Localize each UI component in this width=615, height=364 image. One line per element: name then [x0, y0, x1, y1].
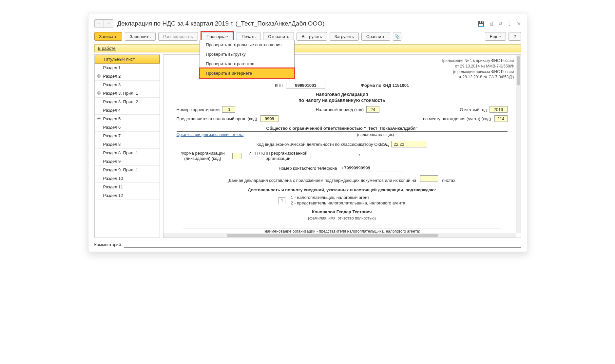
- attach-button[interactable]: 📎: [393, 32, 401, 41]
- sidebar-item-label: Раздел 5: [103, 116, 121, 121]
- reorg-field[interactable]: [232, 153, 241, 159]
- preview-icon[interactable]: ⧉: [499, 21, 502, 27]
- sheets-field[interactable]: [420, 175, 438, 182]
- sidebar-item-14[interactable]: Раздел 10: [95, 174, 160, 183]
- status-bar: В работе: [94, 44, 521, 52]
- sidebar-item-label: Раздел 3. Прил. 2: [103, 99, 138, 104]
- repr-name-line[interactable]: [183, 224, 501, 228]
- horizontal-scrollbar[interactable]: [163, 233, 516, 238]
- okved-label: Код вида экономической деятельности по к…: [257, 142, 389, 147]
- sidebar-item-label: Титульный лист: [104, 57, 135, 62]
- inn-reorg-field[interactable]: [311, 153, 353, 159]
- sidebar-item-label: Раздел 6: [103, 125, 121, 130]
- help-button[interactable]: ?: [509, 32, 521, 41]
- sidebar-item-label: Раздел 11: [103, 184, 123, 189]
- vygruzit-button[interactable]: Выгрузить: [297, 32, 327, 41]
- sidebar-item-2[interactable]: Раздел 2: [95, 72, 160, 81]
- page-title: Декларация по НДС за 4 квартал 2019 г. (…: [117, 20, 325, 27]
- year-label: Отчетный год: [460, 107, 487, 112]
- reorg-label: Форма реорганизации(ликвидация) (код): [177, 151, 229, 161]
- sidebar-item-label: Раздел 12: [103, 193, 123, 198]
- year-field[interactable]: 2019: [490, 106, 508, 113]
- sidebar-item-15[interactable]: Раздел 11: [95, 183, 160, 191]
- sidebar-item-label: Раздел 3. Прил. 1: [103, 91, 138, 96]
- period-label: Налоговый период (код): [316, 107, 364, 112]
- zagruzit-button[interactable]: Загрузить: [330, 32, 359, 41]
- person-hint: (фамилия, имя, отчество полностью): [170, 216, 514, 220]
- sidebar-item-label: Раздел 8: [103, 142, 121, 147]
- sidebar-item-9[interactable]: Раздел 7: [95, 132, 160, 140]
- sidebar-item-label: Раздел 9: [103, 159, 121, 164]
- sidebar-item-label: Раздел 9. Прил. 1: [103, 167, 138, 172]
- proverka-dropdown: Проверить контрольные соотношения Провер…: [200, 40, 295, 78]
- sidebar-item-10[interactable]: Раздел 8: [95, 140, 160, 149]
- sidebar-item-7[interactable]: Раздел 5: [95, 115, 160, 123]
- comment-label: Комментарий:: [94, 242, 123, 247]
- more-icon[interactable]: ⋮: [507, 21, 512, 27]
- dd-check-export[interactable]: Проверить выгрузку: [200, 49, 294, 59]
- sheets-text1: Данная декларация составлена с приложени…: [229, 178, 416, 183]
- dd-check-ratios[interactable]: Проверить контрольные соотношения: [200, 40, 294, 49]
- save-icon[interactable]: 💾: [478, 21, 484, 27]
- radio-icon: [97, 117, 101, 120]
- rasshifrovat-button[interactable]: Расшифровать: [158, 32, 198, 41]
- confirm-desc: 1 - налогоплательщик, налоговый агент2 -…: [291, 195, 405, 206]
- zapolnit-button[interactable]: Заполнить: [125, 32, 156, 41]
- radio-icon: [97, 74, 101, 78]
- org-name: Общество с ограниченной ответственностью…: [177, 126, 508, 132]
- dd-check-internet[interactable]: Проверить в интернете: [199, 67, 295, 79]
- sidebar-item-11[interactable]: Раздел 8. Прил. 1: [95, 149, 160, 157]
- corr-label: Номер корректировки: [177, 107, 220, 112]
- submit-label: Представляется в налоговый орган (код): [177, 116, 257, 121]
- sidebar-item-3[interactable]: Раздел 3: [95, 81, 160, 89]
- sidebar-item-16[interactable]: Раздел 12: [95, 191, 160, 200]
- submit-field[interactable]: 9999: [260, 115, 279, 122]
- nav-forward[interactable]: →: [104, 20, 113, 28]
- kpp-reorg-field[interactable]: [365, 153, 401, 159]
- sidebar-item-label: Раздел 7: [103, 133, 121, 138]
- close-icon[interactable]: ✕: [517, 21, 521, 27]
- person-name: Коновалов Геодар Тестович: [183, 209, 501, 215]
- sidebar: Титульный листРаздел 1Раздел 2Раздел 3Ра…: [94, 54, 160, 238]
- sidebar-item-8[interactable]: Раздел 6: [95, 123, 160, 132]
- confirm-num[interactable]: 1: [279, 197, 285, 204]
- sidebar-item-4[interactable]: Раздел 3. Прил. 1: [95, 89, 160, 98]
- sidebar-item-label: Раздел 3: [103, 82, 121, 87]
- period-field[interactable]: 24: [366, 106, 379, 113]
- status-link[interactable]: В работе: [98, 46, 116, 51]
- nav-back[interactable]: ←: [95, 20, 104, 28]
- vertical-scrollbar[interactable]: [516, 55, 521, 233]
- sidebar-item-5[interactable]: Раздел 3. Прил. 2: [95, 98, 160, 106]
- corr-field[interactable]: 0: [222, 106, 235, 113]
- org-link[interactable]: Организации для заполнения отчета: [177, 132, 244, 137]
- sidebar-item-6[interactable]: Раздел 4: [95, 106, 160, 115]
- sidebar-item-label: Раздел 2: [103, 74, 121, 79]
- sidebar-item-1[interactable]: Раздел 1: [95, 64, 160, 72]
- sravnit-button[interactable]: Сравнить: [361, 32, 390, 41]
- kpp-field[interactable]: 999901001: [286, 82, 325, 88]
- okved-field[interactable]: 22.22: [391, 141, 427, 147]
- dd-check-counterparties[interactable]: Проверить контрагентов: [200, 59, 294, 68]
- sidebar-item-label: Раздел 8. Прил. 1: [103, 150, 138, 155]
- place-label: по месту нахождения (учета) (код): [423, 116, 491, 121]
- print-icon[interactable]: 🖨: [489, 21, 494, 27]
- eshche-button[interactable]: Еще: [485, 32, 506, 41]
- repr-hint: (наименование организации - представител…: [170, 229, 514, 233]
- phone-label: Номер контактного телефона: [279, 166, 337, 171]
- sidebar-item-12[interactable]: Раздел 9: [95, 157, 160, 166]
- sidebar-item-label: Раздел 1: [103, 65, 121, 70]
- sidebar-item-label: Раздел 10: [103, 176, 123, 181]
- phone-field[interactable]: +79999999999: [340, 165, 405, 171]
- content: Приложение № 1 к приказу ФНС России от 2…: [163, 54, 521, 238]
- knd-label: Форма по КНД 1151001: [361, 83, 409, 88]
- sidebar-item-0[interactable]: Титульный лист: [95, 55, 160, 64]
- doc-title: Налоговая декларация: [170, 92, 514, 97]
- org-hint: (налогоплательщик): [357, 132, 394, 137]
- doc-subtitle: по налогу на добавленную стоимость: [170, 98, 514, 103]
- comment-input[interactable]: [124, 241, 521, 248]
- innkpp-label: ИНН / КПП реорганизованнойорганизации: [249, 151, 308, 161]
- radio-icon: [97, 91, 101, 95]
- sidebar-item-13[interactable]: Раздел 9. Прил. 1: [95, 166, 160, 174]
- zapisat-button[interactable]: Записать: [94, 32, 123, 41]
- place-field[interactable]: 214: [494, 115, 508, 122]
